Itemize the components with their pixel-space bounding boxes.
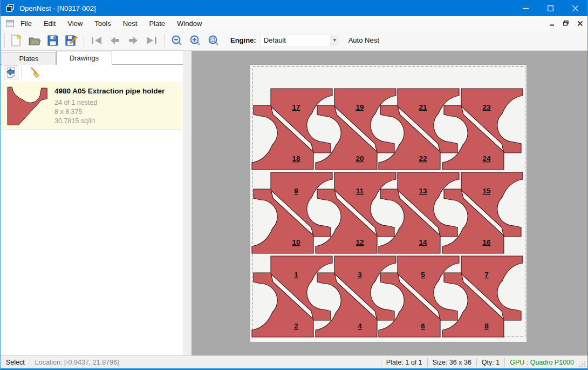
minimize-icon — [523, 5, 529, 11]
menu-bar: File Edit View Tools Nest Plate Window — [1, 16, 587, 30]
mdi-restore-icon — [563, 21, 569, 26]
zoom-in-button[interactable] — [186, 32, 204, 49]
content-area: Plates Drawings — [1, 51, 587, 355]
status-size: Size: 36 x 36 — [433, 359, 471, 366]
menu-plate[interactable]: Plate — [143, 17, 171, 30]
part-number-label: 1 — [294, 271, 298, 279]
mdi-restore-button[interactable] — [562, 19, 570, 27]
nested-pair: 2324 — [442, 89, 523, 170]
nested-pair: 910 — [252, 172, 332, 253]
menu-view[interactable]: View — [61, 17, 88, 30]
part-number-label: 24 — [482, 154, 491, 163]
part-number-label: 11 — [356, 187, 364, 195]
open-folder-icon — [28, 35, 41, 46]
save-icon — [47, 35, 59, 46]
import-drawing-button[interactable] — [4, 65, 18, 79]
mdi-minimize-button[interactable] — [548, 19, 556, 27]
part-thumbnail-shape — [6, 86, 49, 125]
part-number-label: 3 — [358, 271, 362, 279]
previous-arrow-icon — [108, 36, 121, 45]
main-toolbar: Engine: Default ▼ Auto Nest — [1, 30, 587, 51]
status-bar: Select Location: [-0.9437, 21.8796] Plat… — [1, 355, 587, 368]
part-number-label: 7 — [484, 271, 489, 279]
title-bar: OpenNest - [N0317-002] — [1, 0, 587, 16]
next-plate-button[interactable] — [124, 32, 142, 49]
sidebar: Plates Drawings — [1, 51, 183, 355]
last-plate-button[interactable] — [142, 32, 161, 49]
zoom-out-button[interactable] — [168, 32, 186, 49]
drawing-size: 8 x 8.375 — [54, 107, 182, 117]
plate[interactable]: 171819202122232491011121314151612345678 — [250, 64, 527, 342]
save-button[interactable] — [44, 32, 62, 49]
status-separator — [427, 358, 428, 367]
nested-pair: 1314 — [379, 172, 459, 253]
menu-nest[interactable]: Nest — [117, 17, 143, 30]
engine-dropdown-arrow-icon[interactable]: ▼ — [331, 35, 339, 46]
last-arrow-icon — [145, 36, 158, 45]
first-arrow-icon — [90, 36, 103, 45]
toolbar-separator — [164, 33, 165, 48]
drawing-title: 4980 A05 Extraction pipe holder — [54, 87, 182, 95]
sidebar-tabs: Plates Drawings — [1, 51, 183, 65]
part-number-label: 21 — [419, 103, 427, 111]
part-number-label: 6 — [421, 322, 425, 330]
nested-pair: 1516 — [442, 172, 523, 253]
status-gpu: GPU : Quadro P1000 — [510, 359, 574, 366]
menu-edit[interactable]: Edit — [38, 17, 61, 30]
engine-select[interactable]: Default — [261, 35, 331, 46]
nested-pair: 1112 — [316, 172, 396, 253]
panel-splitter[interactable] — [183, 51, 192, 355]
close-button[interactable] — [563, 0, 587, 16]
nest-canvas[interactable]: 171819202122232491011121314151612345678 — [192, 51, 587, 355]
menu-file[interactable]: File — [15, 17, 38, 30]
tab-plates[interactable]: Plates — [2, 52, 56, 65]
maximize-button[interactable] — [538, 0, 563, 16]
status-mode: Select — [6, 359, 25, 366]
part-number-label: 9 — [294, 187, 298, 195]
status-separator — [30, 358, 30, 367]
auto-nest-button[interactable]: Auto Nest — [344, 33, 384, 47]
engine-value: Default — [261, 36, 330, 44]
zoom-out-icon — [171, 35, 183, 46]
tab-drawings[interactable]: Drawings — [56, 51, 112, 65]
status-separator — [476, 358, 477, 367]
nested-pair: 34 — [316, 256, 396, 337]
part-number-label: 20 — [355, 154, 364, 163]
save-as-button[interactable] — [62, 32, 80, 49]
toolbar-grip[interactable] — [2, 33, 7, 48]
drawing-item-text: 4980 A05 Extraction pipe holder 24 of 1 … — [54, 82, 182, 129]
save-edit-icon — [65, 35, 78, 46]
part-number-label: 10 — [292, 238, 300, 246]
drawing-thumbnail — [1, 82, 54, 130]
clear-drawings-button[interactable] — [28, 65, 42, 79]
next-arrow-icon — [127, 36, 140, 45]
part-number-label: 14 — [419, 238, 427, 246]
zoom-extents-icon — [208, 35, 220, 46]
previous-plate-button[interactable] — [106, 32, 124, 49]
status-separator — [504, 358, 505, 367]
open-button[interactable] — [25, 32, 44, 49]
mdi-close-button[interactable] — [576, 19, 584, 27]
minimize-button[interactable] — [513, 0, 538, 16]
drawing-list-item[interactable]: 4980 A05 Extraction pipe holder 24 of 1 … — [1, 82, 182, 130]
part-number-label: 16 — [482, 238, 491, 246]
zoom-extents-button[interactable] — [204, 32, 223, 49]
nested-pair: 1718 — [252, 89, 332, 170]
resize-grip[interactable] — [578, 360, 586, 368]
menu-tools[interactable]: Tools — [88, 17, 117, 30]
drawings-toolbar — [1, 65, 183, 80]
zoom-in-icon — [189, 35, 201, 46]
status-qty: Qty: 1 — [482, 359, 500, 366]
part-number-label: 8 — [484, 322, 489, 330]
drawing-nested-count: 24 of 1 nested — [54, 98, 182, 107]
mdi-close-icon — [578, 21, 583, 26]
menu-window[interactable]: Window — [171, 17, 208, 30]
nested-pair: 56 — [379, 256, 459, 337]
status-plate: Plate: 1 of 1 — [386, 359, 422, 366]
part-number-label: 17 — [292, 103, 300, 111]
toolbar-separator — [84, 33, 84, 48]
new-button[interactable] — [7, 32, 25, 49]
part-number-label: 23 — [482, 103, 491, 111]
app-window: OpenNest - [N0317-002] File Edit View To… — [0, 0, 588, 370]
first-plate-button[interactable] — [87, 32, 106, 49]
